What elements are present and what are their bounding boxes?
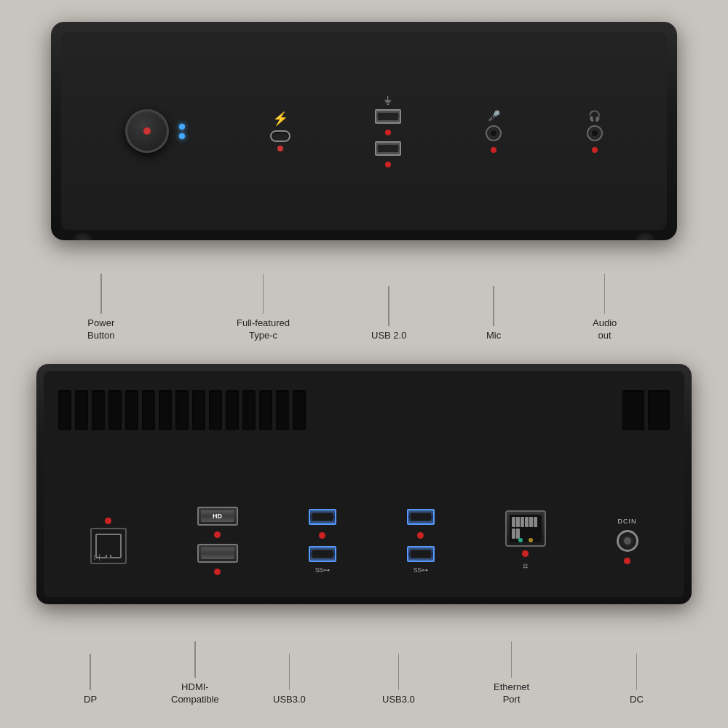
mic-section: 🎤 (486, 110, 502, 153)
dc-label-line (636, 654, 638, 690)
usb20-label: USB 2.0 (371, 286, 406, 342)
vent-3 (92, 390, 105, 430)
ss-left-symbol: SS⊶ (315, 566, 330, 574)
device-top-inner: ⚡ ⏚ (61, 32, 667, 230)
usba-stack (375, 109, 401, 169)
vent-7 (159, 390, 172, 430)
vent-group-right (622, 390, 670, 430)
ethernet-symbol: ⌗ (523, 561, 528, 572)
usba-port-2[interactable] (375, 141, 401, 156)
vent-8 (175, 390, 189, 430)
ethernet-section: ⌗ (505, 510, 546, 572)
power-label-line (100, 274, 102, 314)
usb30-left-label: USB3.0 (273, 654, 306, 706)
eth-pin-6 (534, 517, 537, 527)
dc-dot (624, 558, 630, 564)
hdmi-label-1: HD (213, 513, 222, 520)
hdmi-section: HD (197, 507, 238, 575)
dp-dot (105, 518, 111, 524)
dp-port[interactable]: ▷| (90, 528, 127, 564)
mic-label-line (493, 286, 494, 326)
usb30-left-label-line (289, 654, 290, 690)
main-container: ⚡ ⏚ (0, 0, 728, 728)
eth-pin-2 (516, 517, 520, 527)
usb3-right-port-1[interactable] (407, 509, 435, 525)
power-label-text: PowerButton (87, 317, 115, 342)
hdmi-inner-2 (201, 547, 234, 559)
ethernet-label-container: EthernetPort (494, 641, 529, 706)
usb3-left-port-2[interactable] (309, 546, 336, 562)
vent-12 (242, 390, 256, 430)
usbc-connector[interactable] (270, 130, 290, 142)
power-dot (143, 127, 151, 135)
audio-out-label-line (604, 274, 606, 314)
hdmi-dot-2 (214, 569, 221, 575)
usba-dot (385, 130, 391, 135)
usba-inner-1 (378, 113, 398, 120)
dcin-label: DCIN (618, 518, 637, 525)
hdmi-label-line (194, 641, 196, 678)
vent-r1 (622, 390, 644, 430)
usbc-dot (277, 146, 283, 151)
led-indicators (179, 124, 185, 139)
hdmi-port-2[interactable] (197, 544, 238, 563)
hdmi-dot (214, 531, 221, 538)
power-section (125, 109, 185, 153)
eth-pin-4 (525, 517, 529, 527)
dc-label-container: DC (630, 654, 644, 706)
usb3-right-stack (407, 509, 435, 562)
led-2 (179, 133, 185, 139)
led-1 (179, 124, 185, 130)
typec-label-text: Full-featuredType-c (237, 317, 290, 342)
power-button[interactable] (125, 109, 169, 153)
headphone-icon: 🎧 (588, 110, 601, 122)
vent-4 (108, 390, 122, 430)
mic-label: Mic (486, 286, 501, 342)
dp-label: DP (84, 654, 97, 706)
typec-label-line (263, 274, 264, 314)
usba-port-1[interactable] (375, 109, 401, 124)
eth-pin-3 (521, 517, 524, 527)
vent-10 (209, 390, 222, 430)
dc-section: DCIN (617, 518, 638, 564)
usb30-right-label-text: USB3.0 (382, 693, 415, 706)
audio-out-jack[interactable] (587, 125, 603, 141)
hdmi-stack: HD (197, 507, 238, 575)
foot-top-right (635, 233, 655, 240)
audio-out-label: Audioout (593, 274, 617, 342)
usb3-right-inner-1 (411, 513, 431, 521)
mic-icon: 🎤 (488, 110, 500, 122)
usba-section: ⏚ (375, 93, 401, 169)
usb20-label-text: USB 2.0 (371, 329, 406, 342)
bottom-section: ▷| HD (22, 357, 706, 713)
mic-jack[interactable] (486, 125, 502, 141)
usb3-left-section: SS⊶ (309, 509, 336, 574)
vent-5 (125, 390, 138, 430)
ethernet-label-text: EthernetPort (494, 681, 529, 706)
vent-9 (192, 390, 205, 430)
device-top: ⚡ ⏚ (51, 22, 677, 240)
usb3-right-section: SS⊶ (407, 509, 435, 574)
usb3-left-stack (309, 509, 336, 562)
usb20-label-line (388, 286, 389, 326)
device-bottom-inner: ▷| HD (44, 371, 684, 597)
hdmi-port-1[interactable]: HD (197, 507, 238, 526)
foot-top-left (73, 233, 93, 240)
device-bottom: ▷| HD (36, 364, 692, 604)
usb30-right-label: USB3.0 (382, 654, 415, 706)
usb3-right-port-2[interactable] (407, 546, 435, 562)
ethernet-port[interactable] (505, 510, 546, 547)
usb30-left-label-text: USB3.0 (273, 693, 306, 706)
usb3-left-port-1[interactable] (309, 509, 336, 525)
dc-inner (624, 537, 631, 545)
typec-label: Full-featuredType-c (237, 274, 290, 342)
audio-out-jack-inner (592, 130, 598, 136)
dc-port[interactable] (617, 530, 638, 552)
power-label: PowerButton (87, 274, 115, 342)
mic-dot (491, 147, 496, 153)
dp-symbol: ▷| (94, 553, 100, 561)
vent-group-main (58, 390, 617, 430)
vent-14 (276, 390, 289, 430)
usba-inner-2 (378, 145, 398, 152)
vent-15 (293, 390, 306, 430)
